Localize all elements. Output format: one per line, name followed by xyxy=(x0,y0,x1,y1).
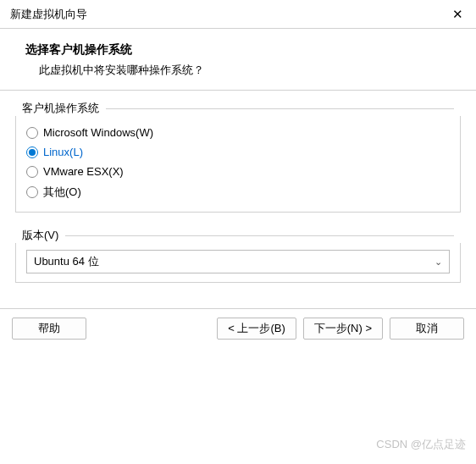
next-button[interactable]: 下一步(N) > xyxy=(303,318,383,340)
version-legend: 版本(V) xyxy=(22,228,58,243)
wizard-footer: 帮助 < 上一步(B) 下一步(N) > 取消 xyxy=(0,308,476,348)
button-label: < 上一步(B) xyxy=(228,321,285,336)
page-subtitle: 此虚拟机中将安装哪种操作系统？ xyxy=(25,63,451,78)
version-select-value: Ubuntu 64 位 xyxy=(34,254,99,269)
version-select[interactable]: Ubuntu 64 位 ⌄ xyxy=(26,250,450,273)
back-button[interactable]: < 上一步(B) xyxy=(217,318,296,340)
radio-linux[interactable]: Linux(L) xyxy=(26,142,450,162)
radio-icon xyxy=(26,166,38,178)
wizard-header: 选择客户机操作系统 此虚拟机中将安装哪种操作系统？ xyxy=(0,29,476,90)
button-label: 取消 xyxy=(416,321,438,336)
help-button[interactable]: 帮助 xyxy=(12,318,86,340)
radio-label: 其他(O) xyxy=(43,185,81,200)
radio-icon xyxy=(26,146,38,158)
guest-os-legend: 客户机操作系统 xyxy=(22,101,99,116)
page-title: 选择客户机操作系统 xyxy=(25,42,451,58)
radio-label: Microsoft Windows(W) xyxy=(43,126,153,139)
radio-other[interactable]: 其他(O) xyxy=(26,181,450,203)
button-label: 下一步(N) > xyxy=(314,321,372,336)
chevron-down-icon: ⌄ xyxy=(434,257,442,268)
radio-icon xyxy=(26,127,38,139)
close-icon: ✕ xyxy=(452,7,463,22)
radio-windows[interactable]: Microsoft Windows(W) xyxy=(26,123,450,142)
close-button[interactable]: ✕ xyxy=(449,6,466,23)
window-title: 新建虚拟机向导 xyxy=(10,7,87,22)
version-fieldset: 版本(V) Ubuntu 64 位 ⌄ xyxy=(15,228,461,283)
titlebar: 新建虚拟机向导 ✕ xyxy=(0,0,476,29)
cancel-button[interactable]: 取消 xyxy=(390,318,464,340)
guest-os-fieldset: 客户机操作系统 Microsoft Windows(W) Linux(L) VM… xyxy=(15,101,461,213)
wizard-content: 客户机操作系统 Microsoft Windows(W) Linux(L) VM… xyxy=(0,91,476,308)
watermark: CSDN @亿点足迹 xyxy=(376,437,466,452)
radio-icon xyxy=(26,186,38,198)
radio-vmware-esx[interactable]: VMware ESX(X) xyxy=(26,162,450,181)
button-label: 帮助 xyxy=(38,321,60,336)
radio-label: Linux(L) xyxy=(43,146,83,158)
radio-label: VMware ESX(X) xyxy=(43,165,124,178)
